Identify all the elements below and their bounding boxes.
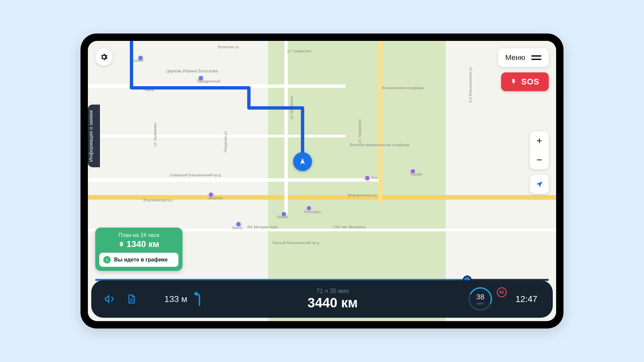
pin-icon [118, 241, 124, 247]
announcements-button[interactable] [103, 293, 116, 305]
map-label: Южный Власихинский пр-д [273, 241, 319, 245]
map-label: Церковь Иоанна Богослова [166, 69, 218, 73]
map-label: Роснефть [304, 210, 321, 214]
plan-distance-value: 1340 км [126, 239, 159, 249]
eta-time: 71 ч 35 мин [210, 288, 455, 295]
map-label: ул. Гридасова [358, 119, 362, 143]
clock: 12:47 [516, 294, 541, 304]
sos-button[interactable]: SOS [501, 72, 549, 91]
map-label: Северный Власихинский пр-д [170, 173, 221, 177]
map-label: Лидер [144, 87, 154, 92]
map-label: Лазурная ул. [223, 130, 227, 153]
dashboard: 133 м 71 ч 35 мин 3440 км 38 км/ч 60 12:… [91, 280, 553, 318]
zoom-out-button[interactable]: − [530, 150, 549, 169]
main-road-vertical [378, 41, 382, 203]
map-label: 9-я Власихинская ул. [468, 66, 472, 103]
plan-distance: 1340 км [99, 239, 178, 249]
street [88, 178, 378, 182]
trip-summary: 71 ч 35 мин 3440 км [210, 288, 455, 310]
map-label: ул. Малахова [289, 96, 293, 119]
total-distance: 3440 км [210, 295, 455, 310]
map-label: Праздничный [197, 79, 220, 83]
smile-icon: ☺ [103, 256, 111, 263]
menu-button[interactable]: Меню [498, 48, 549, 67]
tablet-frame: Взлетная ул. ул. Гридасова Церковь Иоанн… [80, 34, 564, 328]
screen: Взлетная ул. ул. Гридасова Церковь Иоанн… [88, 41, 556, 321]
next-turn: 133 м [164, 292, 203, 306]
plan-status-text: Вы идете в графике [114, 257, 168, 263]
map-label: Власихинская ул. [143, 198, 173, 202]
menu-label: Меню [505, 53, 525, 62]
navigation-arrow-icon [293, 152, 312, 171]
map-label: СНТ им. Мичурина [333, 225, 366, 229]
map-label: Evo [372, 176, 378, 180]
speed-value: 38 [476, 293, 484, 301]
map-label: ул. Шумакова [153, 123, 157, 146]
request-info-tab[interactable]: Информация о заявке [88, 105, 100, 167]
map-label: Власихинская ул. [348, 193, 378, 197]
map-label: Власихинское кладбище [382, 86, 424, 90]
bolt-icon [511, 78, 517, 85]
plus-icon: + [536, 135, 542, 146]
map-label: Военное мемориальное кладбище [350, 143, 410, 147]
street [88, 84, 345, 88]
megaphone-icon [104, 293, 115, 305]
recenter-button[interactable] [530, 175, 549, 194]
map-label: ул. Гридасова [287, 49, 311, 53]
map-label: Взлетная ул. [218, 45, 239, 49]
sos-label: SOS [521, 77, 539, 86]
document-icon [126, 294, 137, 304]
settings-button[interactable] [95, 48, 113, 66]
dashboard-left-icons [103, 293, 138, 305]
speedometer: 38 км/ч [469, 287, 492, 311]
speed-limit-badge: 60 [497, 287, 507, 297]
poi-marker[interactable] [364, 175, 370, 181]
plan-card[interactable]: План на 24 часа 1340 км ☺ Вы идете в гра… [95, 228, 182, 271]
plan-status: ☺ Вы идете в графике [99, 253, 178, 267]
minus-icon: − [536, 154, 542, 166]
turn-left-icon [192, 292, 203, 306]
gear-icon [100, 53, 108, 61]
street [284, 41, 288, 215]
map-label: Волна [277, 215, 288, 219]
zoom-controls: + − [530, 131, 549, 169]
document-button[interactable] [125, 293, 138, 305]
map-label: Лента [232, 226, 242, 230]
next-turn-distance: 133 м [164, 294, 187, 304]
plan-title: План на 24 часа [99, 232, 178, 238]
current-location-marker[interactable] [293, 152, 312, 171]
locate-arrow-icon [535, 180, 543, 188]
speed-unit: км/ч [477, 301, 484, 305]
street [88, 135, 345, 137]
menu-icon [531, 55, 541, 60]
map-label: Энергия [208, 196, 222, 200]
map-label: ЖК Мичурин парк [247, 225, 277, 229]
map-label: Газойл [132, 58, 144, 62]
zoom-in-button[interactable]: + [530, 131, 549, 150]
map-label: Газойл [411, 172, 423, 176]
